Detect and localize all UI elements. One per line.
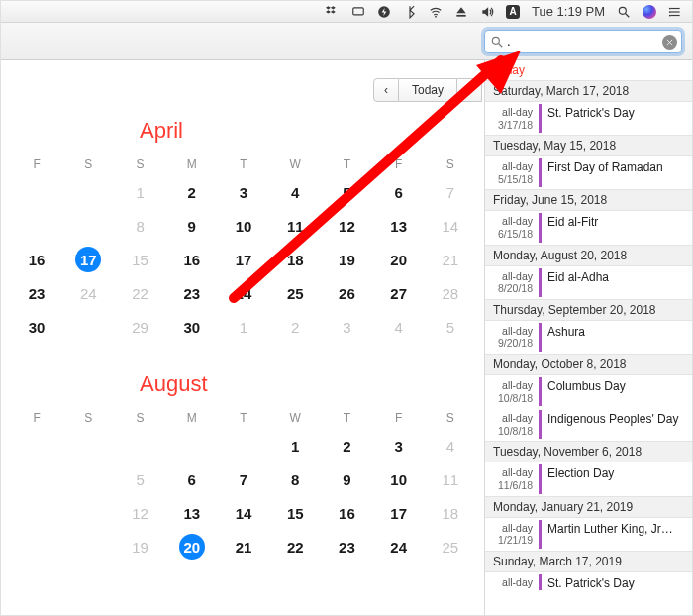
calendar-day[interactable]: 11 (269, 209, 321, 243)
calendar-day[interactable]: 29 (114, 310, 165, 344)
calendar-day[interactable]: 18 (269, 243, 321, 276)
input-source-badge[interactable]: A (506, 5, 520, 19)
result-event-row[interactable]: all-day6/15/18Eid al-Fitr (485, 211, 692, 244)
calendar-day[interactable] (62, 462, 114, 496)
calendar-day[interactable]: 2 (269, 310, 321, 344)
result-event-row[interactable]: all-day3/17/18St. Patrick's Day (485, 102, 692, 135)
siri-icon[interactable] (643, 5, 656, 19)
calendar-day[interactable] (11, 462, 62, 496)
wifi-icon[interactable] (429, 5, 443, 19)
calendar-day[interactable] (166, 429, 218, 462)
calendar-day[interactable]: 17 (218, 243, 269, 276)
calendar-day[interactable]: 22 (269, 530, 321, 564)
calendar-day[interactable]: 21 (218, 530, 269, 564)
spotlight-icon[interactable] (617, 5, 631, 19)
calendar-day[interactable]: 23 (166, 276, 218, 310)
calendar-day[interactable] (114, 429, 165, 462)
bluetooth-icon[interactable] (403, 5, 417, 19)
calendar-day[interactable]: 24 (373, 530, 425, 564)
calendar-day[interactable]: 22 (114, 276, 165, 310)
calendar-day[interactable]: 26 (321, 276, 372, 310)
calendar-day[interactable] (62, 496, 114, 530)
calendar-day[interactable]: 15 (269, 496, 321, 530)
calendar-day[interactable]: 24 (218, 276, 269, 310)
calendar-day[interactable]: 25 (425, 530, 476, 564)
calendar-day[interactable]: 25 (269, 276, 321, 310)
calendar-day[interactable] (62, 209, 114, 243)
result-event-row[interactable]: all-day1/21/19Martin Luther King, Jr… (485, 518, 692, 551)
calendar-day[interactable] (11, 175, 62, 209)
calendar-day[interactable]: 16 (11, 243, 62, 276)
calendar-day[interactable] (62, 429, 114, 462)
calendar-day[interactable]: 13 (166, 496, 218, 530)
calendar-day[interactable]: 12 (114, 496, 165, 530)
dropbox-icon[interactable] (326, 5, 340, 19)
calendar-day[interactable]: 1 (114, 175, 165, 209)
calendar-day[interactable]: 21 (425, 243, 476, 276)
calendar-day[interactable]: 24 (62, 276, 114, 310)
result-event-row[interactable]: all-day10/8/18Indigenous Peoples' Day (485, 408, 692, 441)
calendar-day[interactable]: 23 (321, 530, 372, 564)
calendar-day[interactable] (62, 175, 114, 209)
calendar-day[interactable]: 10 (218, 209, 269, 243)
calendar-day[interactable]: 4 (373, 310, 425, 344)
calendar-day[interactable] (218, 429, 269, 462)
calendar-day[interactable]: 1 (218, 310, 269, 344)
calendar-day[interactable]: 19 (114, 530, 165, 564)
calendar-day[interactable] (11, 429, 62, 462)
calendar-day[interactable]: 5 (114, 462, 165, 496)
notification-center-icon[interactable] (668, 5, 682, 19)
calendar-day[interactable]: 2 (321, 429, 372, 462)
calendar-day[interactable]: 18 (425, 496, 476, 530)
calendar-day[interactable]: 12 (321, 209, 372, 243)
calendar-day[interactable]: 14 (218, 496, 269, 530)
calendar-day[interactable]: 5 (321, 175, 372, 209)
calendar-day[interactable]: 8 (114, 209, 165, 243)
calendar-day[interactable]: 16 (321, 496, 372, 530)
calendar-day[interactable]: 1 (269, 429, 321, 462)
calendar-day[interactable]: 17 (62, 243, 114, 276)
calendar-day[interactable]: 4 (269, 175, 321, 209)
calendar-day[interactable]: 5 (425, 310, 476, 344)
calendar-day[interactable] (11, 530, 62, 564)
calendar-day[interactable]: 6 (373, 175, 425, 209)
calendar-day[interactable] (11, 496, 62, 530)
volume-icon[interactable] (480, 5, 494, 19)
calendar-day[interactable]: 4 (425, 429, 476, 462)
calendar-day[interactable]: 11 (425, 462, 476, 496)
result-event-row[interactable]: all-day5/15/18First Day of Ramadan (485, 156, 692, 189)
calendar-day[interactable]: 20 (166, 530, 218, 564)
calendar-day[interactable]: 7 (425, 175, 476, 209)
calendar-day[interactable]: 6 (166, 462, 218, 496)
calendar-day[interactable]: 14 (425, 209, 476, 243)
calendar-day[interactable]: 3 (373, 429, 425, 462)
calendar-day[interactable]: 28 (425, 276, 476, 310)
search-input[interactable] (507, 34, 659, 49)
calendar-day[interactable]: 30 (11, 310, 62, 344)
calendar-day[interactable]: 3 (321, 310, 372, 344)
calendar-day[interactable]: 27 (373, 276, 425, 310)
calendar-day[interactable]: 16 (166, 243, 218, 276)
calendar-day[interactable] (62, 530, 114, 564)
calendar-day[interactable] (11, 209, 62, 243)
calendar-day[interactable]: 9 (166, 209, 218, 243)
calendar-day[interactable]: 10 (373, 462, 425, 496)
menubar-clock[interactable]: Tue 1:19 PM (532, 4, 605, 19)
display-icon[interactable] (351, 5, 365, 19)
calendar-day[interactable]: 20 (373, 243, 425, 276)
calendar-day[interactable]: 15 (114, 243, 165, 276)
calendar-day[interactable]: 19 (321, 243, 372, 276)
result-event-row[interactable]: all-day10/8/18Columbus Day (485, 375, 692, 408)
result-event-row[interactable]: all-day8/20/18Eid al-Adha (485, 266, 692, 299)
bolt-icon[interactable] (377, 5, 391, 19)
calendar-day[interactable] (62, 310, 114, 344)
calendar-day[interactable]: 7 (218, 462, 269, 496)
calendar-day[interactable]: 17 (373, 496, 425, 530)
eject-icon[interactable] (454, 5, 468, 19)
calendar-day[interactable]: 3 (218, 175, 269, 209)
calendar-day[interactable]: 8 (269, 462, 321, 496)
result-event-row[interactable]: all-day11/6/18Election Day (485, 462, 692, 495)
calendar-day[interactable]: 30 (166, 310, 218, 344)
calendar-day[interactable]: 13 (373, 209, 425, 243)
calendar-day[interactable]: 23 (11, 276, 62, 310)
